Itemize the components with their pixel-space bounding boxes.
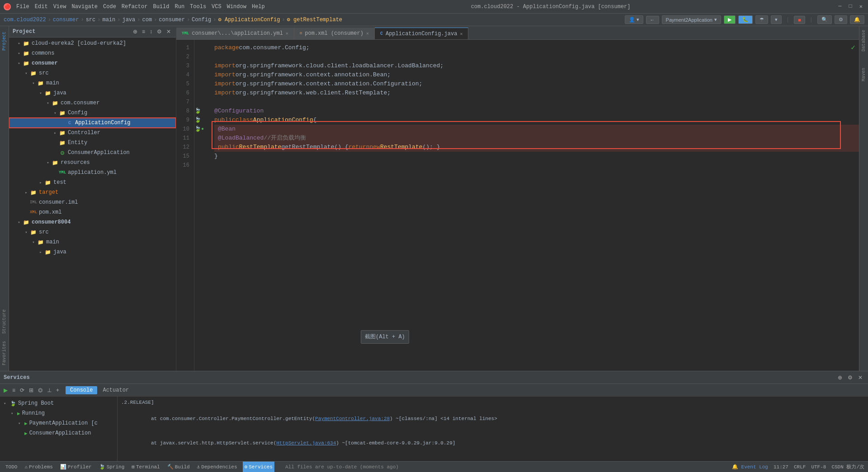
tree-item-java[interactable]: 📁 java xyxy=(9,88,176,98)
window-controls[interactable]: ─ □ ✕ xyxy=(836,3,864,10)
menu-run[interactable]: Run xyxy=(175,4,184,10)
breadcrumb-config[interactable]: Config xyxy=(192,17,211,23)
status-tab-build[interactable]: 🔨 Build xyxy=(165,462,192,472)
http-servlet-link[interactable]: HttpServlet.java:634 xyxy=(276,440,336,446)
breadcrumb-java[interactable]: java xyxy=(122,17,135,23)
breadcrumb-src[interactable]: src xyxy=(86,17,96,23)
breadcrumb-module[interactable]: consumer xyxy=(53,17,79,23)
tree-item-target[interactable]: 📁 target xyxy=(9,187,176,197)
back-button[interactable]: ← xyxy=(646,16,659,24)
tree-item-resources[interactable]: 📁 resources xyxy=(9,158,176,168)
services-settings-button[interactable]: ⚙ xyxy=(846,374,854,381)
database-tab[interactable]: Database xyxy=(861,28,866,53)
services-close-button[interactable]: ✕ xyxy=(856,374,864,381)
menu-code[interactable]: Code xyxy=(103,4,116,10)
tree-item-controller[interactable]: 📁 Controller xyxy=(9,128,176,138)
menu-refactor[interactable]: Refactor xyxy=(122,4,148,10)
tab-application-config[interactable]: C ApplicationConfig.java ✕ xyxy=(375,28,468,39)
status-tab-spring[interactable]: 🍃 Spring xyxy=(97,462,127,472)
charset-display[interactable]: UTF-8 xyxy=(811,464,826,470)
tree-item-pom-xml[interactable]: XML pom.xml xyxy=(9,207,176,217)
menu-window[interactable]: Window xyxy=(227,4,246,10)
status-tab-profiler[interactable]: 📊 Profiler xyxy=(58,462,94,472)
status-tab-services[interactable]: ⚙ Services xyxy=(243,462,274,472)
favorites-tab[interactable]: Favorites xyxy=(1,337,8,369)
more-run-button[interactable]: ▾ xyxy=(771,15,782,24)
notification-button[interactable]: 🔔 xyxy=(850,15,864,24)
service-run-btn[interactable]: ▶ xyxy=(2,386,9,394)
run-button[interactable]: ▶ xyxy=(724,15,736,24)
tab-application-yml[interactable]: YML consumer\...\application.yml ✕ xyxy=(176,28,294,39)
menu-view[interactable]: View xyxy=(53,4,66,10)
service-add-btn[interactable]: + xyxy=(54,386,61,394)
tree-item-application-config[interactable]: C ApplicationConfig xyxy=(9,118,176,128)
maximize-button[interactable]: □ xyxy=(849,3,852,10)
tree-item-cloud-eureka2[interactable]: 📁 cloud-eureka2 [cloud-erurka2] xyxy=(9,38,176,48)
service-stop-btn[interactable]: ≡ xyxy=(10,386,17,394)
tree-item-java-8004[interactable]: 📁 java xyxy=(9,247,176,257)
menu-build[interactable]: Build xyxy=(153,4,169,10)
menu-vcs[interactable]: VCS xyxy=(212,4,222,10)
breadcrumb-class[interactable]: ⚙ ApplicationConfig xyxy=(218,16,280,23)
tree-item-main[interactable]: 📁 main xyxy=(9,78,176,88)
settings-button[interactable]: ⚙ xyxy=(835,15,847,24)
run-config-button[interactable]: Payment2Application ▾ xyxy=(662,15,721,24)
breadcrumb-project[interactable]: com.cloud2022 xyxy=(4,17,46,23)
tab-actuator[interactable]: Actuator xyxy=(98,386,133,394)
close-button[interactable]: ✕ xyxy=(859,3,863,10)
service-item-springboot[interactable]: ▾ 🍃 Spring Boot xyxy=(0,398,117,408)
stop-button[interactable]: ■ xyxy=(794,16,805,24)
breadcrumb-method[interactable]: ⚙ getRestTemplate xyxy=(287,16,342,23)
status-tab-dependencies[interactable]: ⚓ Dependencies xyxy=(195,462,239,472)
panel-close-button[interactable]: ✕ xyxy=(165,28,172,35)
tree-item-consumer[interactable]: 📁 consumer xyxy=(9,58,176,68)
menu-navigate[interactable]: Navigate xyxy=(71,4,98,10)
tab-close-yml[interactable]: ✕ xyxy=(286,31,288,36)
tree-item-entity[interactable]: 📁 Entity xyxy=(9,138,176,148)
service-item-payment-app[interactable]: ▾ ▶ PaymentApplication [c xyxy=(0,418,117,428)
panel-collapse-button[interactable]: ≡ xyxy=(141,28,146,35)
tree-item-main-8004[interactable]: 📁 main xyxy=(9,237,176,247)
project-tab[interactable]: Project xyxy=(1,28,8,54)
structure-tab[interactable]: Structure xyxy=(1,306,8,337)
services-expand-button[interactable]: ⊕ xyxy=(836,374,844,381)
tree-item-application-yml[interactable]: YML application.yml xyxy=(9,168,176,178)
breadcrumb-main[interactable]: main xyxy=(102,17,115,23)
menu-file[interactable]: File xyxy=(16,4,29,10)
tree-item-consumer-application[interactable]: ⚙ ConsumerApplication xyxy=(9,148,176,158)
menu-bar[interactable]: File Edit View Navigate Code Refactor Bu… xyxy=(16,4,265,10)
tree-item-com-consumer[interactable]: 📁 com.consumer xyxy=(9,98,176,108)
panel-settings-button[interactable]: ⚙ xyxy=(156,28,163,35)
code-content[interactable]: package com.consumer.Config; import org.… xyxy=(207,40,859,371)
maven-tab[interactable]: Maven xyxy=(861,66,866,83)
tree-item-config[interactable]: 📁 Config xyxy=(9,108,176,118)
line-ending-display[interactable]: CRLF xyxy=(794,464,806,470)
menu-tools[interactable]: Tools xyxy=(190,4,206,10)
coverage-button[interactable]: ☂ xyxy=(755,15,768,24)
user-button[interactable]: 👤 ▾ xyxy=(625,15,643,24)
tab-pom-xml[interactable]: m pom.xml (consumer) ✕ xyxy=(294,28,375,39)
status-tab-todo[interactable]: TODO xyxy=(4,462,19,472)
breadcrumb-com[interactable]: com xyxy=(142,17,152,23)
status-tab-problems[interactable]: ⚠ Problems xyxy=(23,462,54,472)
tab-close-config[interactable]: ✕ xyxy=(460,31,462,37)
panel-sort-button[interactable]: ↕ xyxy=(148,28,154,35)
breadcrumb-consumer[interactable]: consumer xyxy=(159,17,185,23)
service-item-consumer-app[interactable]: ▶ ConsumerApplication xyxy=(0,428,117,438)
tab-close-pom[interactable]: ✕ xyxy=(366,31,369,36)
service-pin-btn[interactable]: ⊥ xyxy=(45,386,53,394)
minimize-button[interactable]: ─ xyxy=(838,3,841,10)
payment-controller-link[interactable]: PaymentController.java:28 xyxy=(315,416,390,421)
tab-console[interactable]: Console xyxy=(66,386,97,394)
tree-item-test[interactable]: 📁 test xyxy=(9,178,176,187)
debug-button[interactable]: 🐛 xyxy=(738,15,753,24)
panel-expand-button[interactable]: ⊕ xyxy=(132,28,139,35)
tree-item-commons[interactable]: 📁 commons xyxy=(9,48,176,58)
search-button[interactable]: 🔍 xyxy=(817,15,832,24)
tree-item-consumer-iml[interactable]: IML consumer.iml xyxy=(9,197,176,207)
menu-edit[interactable]: Edit xyxy=(35,4,48,10)
menu-help[interactable]: Help xyxy=(252,4,265,10)
event-log-link[interactable]: 🔔 Event Log xyxy=(732,464,768,470)
service-filter-btn[interactable]: ⏣ xyxy=(36,386,44,394)
service-restart-btn[interactable]: ⟳ xyxy=(18,386,26,394)
